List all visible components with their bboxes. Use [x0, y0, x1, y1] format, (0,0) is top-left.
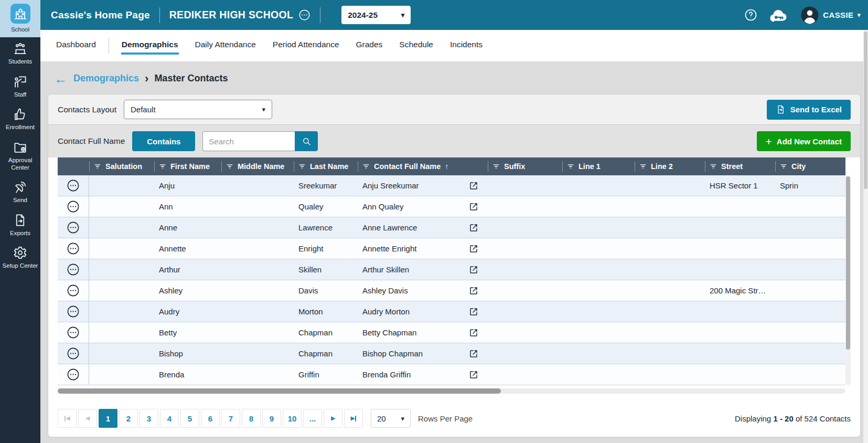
column-header-city[interactable]: City [775, 157, 845, 175]
column-header-last-name[interactable]: Last Name [294, 157, 358, 175]
filter-icon[interactable] [362, 163, 370, 170]
contact-full-name-text: Annette Enright [362, 244, 416, 253]
page-button-4[interactable]: 4 [160, 409, 179, 428]
tab-schedule[interactable]: Schedule [399, 37, 434, 55]
help-icon[interactable] [744, 8, 757, 22]
open-contact-link-icon[interactable] [469, 181, 478, 191]
tab-period-attendance[interactable]: Period Attendance [272, 37, 340, 55]
column-header-middle-name[interactable]: Middle Name [221, 157, 294, 175]
filter-operator-button[interactable]: Contains [132, 131, 195, 151]
filter-icon[interactable] [298, 163, 306, 170]
page-scrollbar[interactable] [863, 30, 868, 443]
cloud-key-icon[interactable] [768, 7, 789, 23]
page-button-6[interactable]: 6 [201, 409, 220, 428]
page-button-5[interactable]: 5 [180, 409, 199, 428]
school-year-select[interactable]: 2024-25 ▾ [341, 6, 411, 24]
row-menu-button[interactable] [67, 221, 80, 234]
row-menu-button[interactable] [67, 242, 80, 255]
contact-full-name-text: Brenda Griffin [362, 370, 411, 379]
page-button-8[interactable]: 8 [242, 409, 261, 428]
sidebar-item-approval-center[interactable]: Approval Center [0, 136, 40, 176]
page-button-10[interactable]: 10 [283, 409, 302, 428]
last-page-button[interactable]: ▶ [344, 409, 363, 428]
tab-dashboard[interactable]: Dashboard [56, 37, 97, 55]
horizontal-scrollbar-thumb[interactable] [58, 388, 501, 394]
page-button-2[interactable]: 2 [119, 409, 138, 428]
sidebar-item-enrollment[interactable]: Enrollment [0, 103, 40, 135]
next-page-button[interactable]: ▶ [324, 409, 342, 428]
column-header-line-1[interactable]: Line 1 [562, 157, 635, 175]
row-menu-button[interactable] [67, 326, 80, 339]
user-menu[interactable]: CASSIE ▾ [800, 6, 861, 25]
column-header-street[interactable]: Street [705, 157, 775, 175]
page-button-7[interactable]: 7 [221, 409, 240, 428]
students-icon [13, 41, 27, 56]
school-menu-ellipsis-icon[interactable] [298, 9, 310, 21]
sidebar-item-staff[interactable]: Staff [0, 70, 40, 103]
rows-per-page-select[interactable]: 20 ▾ [371, 409, 411, 428]
column-header-line-2[interactable]: Line 2 [635, 157, 705, 175]
send-to-excel-button[interactable]: Send to Excel [767, 100, 851, 120]
row-menu-button[interactable] [67, 347, 80, 360]
row-menu-button[interactable] [67, 368, 80, 381]
vertical-scrollbar[interactable] [845, 175, 851, 385]
open-contact-link-icon[interactable] [469, 244, 478, 254]
back-arrow-icon[interactable]: ← [54, 73, 68, 84]
sidebar-item-setup-center[interactable]: Setup Center [0, 241, 40, 274]
tab-incidents[interactable]: Incidents [449, 37, 483, 55]
row-menu-button[interactable] [67, 305, 80, 318]
sidebar-item-send[interactable]: Send [0, 176, 40, 208]
page-arrow-glyph: ▶ [351, 416, 355, 421]
contacts-layout-select[interactable]: Default ▾ [124, 100, 272, 119]
search-button[interactable] [295, 131, 318, 151]
cell-last-name: Chapman [294, 349, 358, 358]
column-header-salutation[interactable]: Salutation [89, 157, 154, 175]
column-header-contact-full-name[interactable]: Contact Full Name↑ [358, 157, 488, 175]
sidebar-item-exports[interactable]: Exports [0, 209, 40, 241]
open-contact-link-icon[interactable] [469, 265, 478, 275]
filter-icon[interactable] [226, 163, 233, 170]
home-page-title[interactable]: Cassie's Home Page [51, 9, 150, 21]
open-contact-link-icon[interactable] [469, 223, 478, 233]
tab-demographics[interactable]: Demographics [121, 37, 179, 55]
breadcrumb-demographics-link[interactable]: Demographics [73, 73, 139, 84]
page-button-9[interactable]: 9 [262, 409, 281, 428]
filter-icon[interactable] [492, 163, 500, 170]
open-contact-link-icon[interactable] [469, 328, 478, 337]
filter-icon[interactable] [639, 163, 647, 170]
column-header-suffix[interactable]: Suffix [488, 157, 562, 175]
row-menu-button[interactable] [67, 179, 80, 192]
filter-icon[interactable] [780, 163, 787, 170]
cell-first-name: Ashley [154, 286, 221, 295]
sidebar-item-school[interactable]: School [0, 0, 40, 37]
previous-page-button[interactable]: ◀ [78, 409, 97, 428]
filter-icon[interactable] [567, 163, 574, 170]
open-contact-link-icon[interactable] [469, 370, 478, 379]
filter-icon[interactable] [159, 163, 166, 170]
page-button-1[interactable]: 1 [99, 409, 117, 428]
filter-icon[interactable] [94, 163, 101, 170]
header-divider [159, 7, 160, 23]
filter-icon[interactable] [710, 163, 717, 170]
cell-first-name: Brenda [154, 370, 221, 379]
open-contact-link-icon[interactable] [469, 286, 478, 296]
page-scrollbar-thumb[interactable] [864, 31, 867, 189]
vertical-scrollbar-thumb[interactable] [846, 176, 850, 350]
more-pages-button[interactable]: ... [303, 409, 322, 428]
first-page-button[interactable]: ◀ [58, 409, 77, 428]
layout-toolbar: Contacts Layout Default ▾ Send to Excel [48, 94, 860, 125]
open-contact-link-icon[interactable] [469, 349, 478, 358]
open-contact-link-icon[interactable] [469, 307, 478, 317]
tab-grades[interactable]: Grades [356, 37, 383, 55]
tab-daily-attendance[interactable]: Daily Attendance [195, 37, 256, 55]
horizontal-scrollbar[interactable] [58, 388, 845, 394]
open-contact-link-icon[interactable] [469, 202, 478, 212]
column-header-first-name[interactable]: First Name [154, 157, 221, 175]
sidebar-item-students[interactable]: Students [0, 37, 40, 70]
row-menu-button[interactable] [67, 284, 80, 297]
add-new-contact-button[interactable]: + Add New Contact [757, 131, 851, 151]
page-button-3[interactable]: 3 [140, 409, 158, 428]
row-menu-button[interactable] [67, 200, 80, 213]
search-input[interactable] [202, 131, 295, 151]
row-menu-button[interactable] [67, 263, 80, 276]
